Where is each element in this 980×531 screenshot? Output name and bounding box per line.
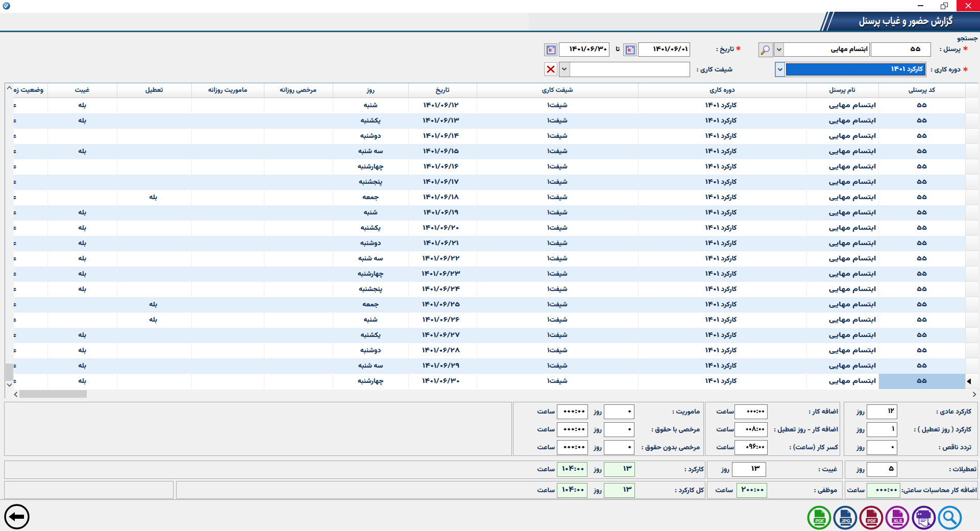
svg-text:PDF: PDF — [815, 518, 824, 523]
svg-text:PDF: PDF — [867, 518, 876, 523]
svg-text:JPG: JPG — [841, 518, 850, 523]
svg-text:XLS: XLS — [894, 518, 902, 523]
